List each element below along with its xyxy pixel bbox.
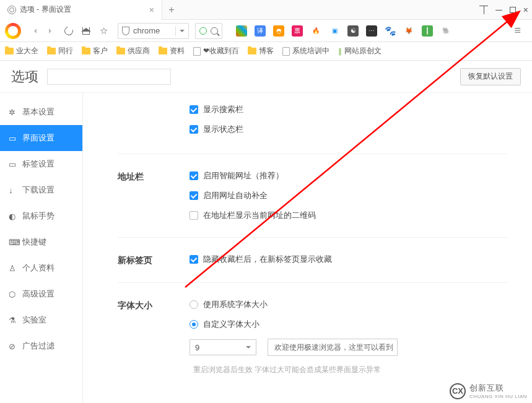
back-button[interactable] — [27, 24, 41, 38]
home-button[interactable] — [79, 24, 93, 38]
folder-icon — [116, 48, 125, 54]
advanced-icon: ⬡ — [9, 290, 17, 298]
options-content: 显示搜索栏 显示状态栏 地址栏 启用智能网址（推荐） 启用网址自动补全 在地址栏… — [83, 93, 532, 403]
ext-paw-icon[interactable]: 🐾 — [385, 25, 396, 37]
bookmark-item[interactable]: 博客 — [248, 46, 274, 56]
gear-icon — [7, 6, 16, 14]
opt-show-searchbar[interactable]: 显示搜索栏 — [190, 104, 507, 115]
sidebar-item-tabs[interactable]: ▭标签设置 — [0, 151, 82, 177]
site-icon: ∥ — [338, 47, 342, 56]
sidebar-item-lab[interactable]: ⚗实验室 — [0, 307, 82, 333]
opt-show-statusbar[interactable]: 显示状态栏 — [190, 124, 507, 135]
ext-yinyang-icon[interactable]: ☯ — [347, 25, 359, 37]
tab-title: 选项 - 界面设置 — [20, 4, 71, 15]
ext-dots-icon[interactable]: ⋯ — [366, 25, 377, 37]
close-icon[interactable]: × — [523, 5, 528, 15]
options-sidebar: ✲基本设置 ▭界面设置 ▭标签设置 ↓下载设置 ◐鼠标手势 ⌨快捷键 ♙个人资料… — [0, 93, 83, 403]
section-fontsize: 字体大小 使用系统字体大小 自定义字体大小 9 欢迎使用极速浏览器，这里可以看到… — [118, 283, 507, 391]
skin-icon[interactable] — [479, 6, 488, 14]
page-icon — [282, 47, 290, 56]
search-engine-icon — [199, 27, 207, 35]
checkbox-icon — [190, 255, 198, 264]
checkbox-icon — [190, 171, 198, 180]
folder-icon — [5, 48, 14, 54]
new-tab-button[interactable]: + — [162, 4, 181, 15]
reset-defaults-button[interactable]: 恢复默认设置 — [460, 68, 521, 85]
checkbox-icon — [190, 191, 198, 200]
opt-system-font[interactable]: 使用系统字体大小 — [190, 299, 507, 310]
chevron-down-icon[interactable] — [180, 30, 185, 35]
reload-button[interactable] — [62, 24, 76, 38]
search-icon[interactable] — [211, 27, 218, 35]
opt-smart-url[interactable]: 启用智能网址（推荐） — [190, 170, 507, 181]
bookmark-item[interactable]: 系统培训中 — [282, 46, 329, 56]
font-hint: 重启浏览器后生效 字体过大可能会造成某些界面显示异常 — [193, 365, 507, 375]
section-label: 字体大小 — [118, 299, 190, 375]
minimize-icon[interactable] — [495, 10, 502, 11]
tab-close-icon[interactable]: × — [149, 5, 154, 15]
ext-fire-icon[interactable]: 🔥 — [310, 25, 321, 37]
bookmark-item[interactable]: 业大全 — [5, 46, 38, 56]
section-display: 显示搜索栏 显示状态栏 — [118, 93, 507, 154]
ext-translate-icon[interactable]: 译 — [255, 25, 266, 37]
section-newtab: 新标签页 隐藏收藏栏后，在新标签页显示收藏 — [118, 238, 507, 283]
window-controls: × — [479, 0, 528, 20]
sidebar-item-download[interactable]: ↓下载设置 — [0, 177, 82, 203]
ext-shield-icon[interactable]: ◓ — [273, 25, 284, 37]
sidebar-item-mouse[interactable]: ◐鼠标手势 — [0, 203, 82, 229]
bookmark-item[interactable]: 客户 — [82, 46, 108, 56]
sidebar-item-profile[interactable]: ♙个人资料 — [0, 255, 82, 281]
page-title: 选项 — [11, 67, 38, 86]
ext-green-icon[interactable]: ┃ — [422, 25, 433, 37]
address-text: chrome — [133, 26, 172, 35]
forward-button[interactable] — [45, 24, 58, 38]
radio-icon — [190, 320, 198, 329]
folder-icon — [82, 48, 90, 54]
bookmark-item[interactable]: 供应商 — [116, 46, 150, 56]
shield-icon — [122, 27, 129, 35]
browser-logo-icon — [5, 23, 21, 39]
section-label: 新标签页 — [118, 254, 190, 266]
browser-tab[interactable]: 选项 - 界面设置 × — [0, 0, 162, 20]
sidebar-item-interface[interactable]: ▭界面设置 — [0, 125, 82, 151]
opt-custom-font[interactable]: 自定义字体大小 — [190, 319, 507, 330]
ext-fox-icon[interactable]: 🦊 — [403, 25, 414, 37]
window-icon: ▭ — [9, 134, 17, 142]
block-icon: ⊘ — [9, 342, 17, 350]
extension-icons: 译 ◓ 票 🔥 ▣ ☯ ⋯ 🐾 🦊 ┃ 🐘 — [236, 25, 451, 37]
maximize-icon[interactable] — [510, 7, 516, 13]
folder-icon — [248, 48, 256, 54]
title-bar: 选项 - 界面设置 × + × — [0, 0, 532, 20]
bookmark-item[interactable]: ∥网站原创文 — [338, 46, 382, 56]
sidebar-item-adblock[interactable]: ⊘广告过滤 — [0, 333, 82, 359]
radio-icon — [190, 300, 198, 309]
ext-grid-icon[interactable] — [236, 25, 247, 37]
bookmark-item[interactable]: 同行 — [47, 46, 73, 56]
section-label: 地址栏 — [118, 170, 190, 221]
search-box[interactable] — [195, 23, 222, 39]
folder-icon — [47, 48, 56, 54]
ext-ticket-icon[interactable]: 票 — [292, 25, 303, 37]
chevron-down-icon — [246, 346, 251, 351]
checkbox-icon — [190, 211, 198, 220]
font-preview-box: 欢迎使用极速浏览器，这里可以看到 — [268, 339, 398, 356]
options-search-input[interactable] — [47, 69, 171, 85]
opt-qrcode[interactable]: 在地址栏显示当前网址的二维码 — [190, 210, 507, 221]
page-icon — [193, 47, 201, 56]
folder-icon — [159, 48, 167, 54]
address-bar[interactable]: chrome — [118, 23, 189, 39]
ext-capture-icon[interactable]: ▣ — [329, 25, 340, 37]
sidebar-item-basic[interactable]: ✲基本设置 — [0, 99, 82, 125]
toolbar: ☆ chrome 译 ◓ 票 🔥 ▣ ☯ ⋯ 🐾 🦊 ┃ 🐘 ≡ — [0, 20, 532, 42]
bookmark-item[interactable]: 资料 — [159, 46, 185, 56]
opt-newtab-bookmarks[interactable]: 隐藏收藏栏后，在新标签页显示收藏 — [190, 254, 507, 265]
opt-autocomplete[interactable]: 启用网址自动补全 — [190, 190, 507, 201]
favorite-button[interactable]: ☆ — [97, 24, 110, 38]
ext-evernote-icon[interactable]: 🐘 — [440, 25, 451, 37]
sidebar-item-shortcuts[interactable]: ⌨快捷键 — [0, 229, 82, 255]
font-size-select[interactable]: 9 — [190, 339, 256, 355]
menu-button[interactable]: ≡ — [508, 24, 527, 37]
sidebar-item-advanced[interactable]: ⬡高级设置 — [0, 281, 82, 307]
bookmark-item[interactable]: ❤收藏到百 — [193, 46, 239, 56]
checkbox-icon — [190, 105, 198, 114]
